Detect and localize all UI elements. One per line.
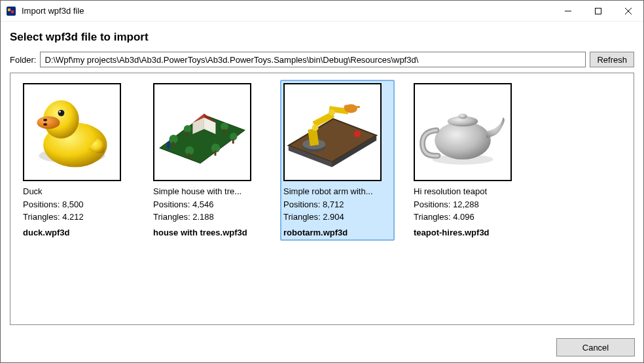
app-icon — [6, 6, 16, 16]
file-positions: Positions: 12,288 — [414, 198, 522, 211]
file-name: Simple robot arm with... — [283, 185, 391, 198]
svg-rect-1 — [8, 9, 10, 11]
file-positions: Positions: 8,500 — [23, 198, 131, 211]
refresh-button[interactable]: Refresh — [590, 52, 634, 67]
file-positions: Positions: 8,712 — [283, 198, 391, 211]
thumb-teapot — [414, 83, 512, 181]
maximize-button[interactable] — [583, 1, 613, 21]
content-area: Select wpf3d file to import Folder: Refr… — [1, 22, 643, 325]
svg-rect-30 — [188, 153, 190, 158]
folder-row: Folder: Refresh — [10, 52, 634, 67]
file-card-teapot[interactable]: Hi resolution teapot Positions: 12,288 T… — [410, 80, 525, 241]
file-positions: Positions: 4,546 — [153, 198, 261, 211]
file-card-duck[interactable]: Duck Positions: 8,500 Triangles: 4.212 d… — [20, 80, 134, 241]
svg-point-49 — [354, 131, 361, 137]
file-triangles: Triangles: 2.904 — [283, 211, 391, 224]
svg-point-14 — [59, 111, 61, 112]
window-controls — [553, 1, 643, 21]
thumb-robotarm — [283, 83, 382, 181]
svg-point-53 — [458, 114, 467, 119]
file-triangles: Triangles: 4.212 — [23, 211, 131, 224]
file-filename: house with trees.wpf3d — [153, 228, 261, 237]
file-card-house[interactable]: Simple house with tre... Positions: 4,54… — [150, 80, 264, 241]
minimize-button[interactable] — [553, 1, 583, 21]
file-filename: teapot-hires.wpf3d — [414, 228, 522, 237]
file-name: Duck — [23, 185, 131, 198]
bottom-bar: Cancel — [556, 338, 635, 356]
file-name: Simple house with tre... — [153, 185, 261, 198]
svg-rect-34 — [167, 144, 170, 148]
svg-rect-22 — [172, 142, 174, 147]
folder-label: Folder: — [10, 55, 36, 65]
titlebar: Import wpf3d file — [1, 1, 643, 22]
svg-rect-26 — [223, 129, 225, 133]
svg-point-13 — [58, 110, 65, 116]
svg-point-44 — [312, 124, 319, 131]
svg-rect-24 — [187, 131, 188, 136]
thumb-duck — [23, 83, 121, 181]
svg-rect-4 — [596, 8, 601, 14]
cancel-button[interactable]: Cancel — [556, 338, 635, 356]
file-gallery: Duck Positions: 8,500 Triangles: 4.212 d… — [10, 73, 634, 325]
svg-point-45 — [329, 109, 335, 116]
file-name: Hi resolution teapot — [414, 185, 522, 198]
svg-point-51 — [435, 121, 491, 159]
svg-point-10 — [37, 116, 60, 129]
svg-point-12 — [43, 123, 47, 126]
svg-rect-47 — [356, 106, 360, 108]
svg-rect-2 — [11, 10, 14, 13]
folder-path-input[interactable] — [40, 52, 586, 67]
svg-point-33 — [167, 142, 170, 145]
file-triangles: Triangles: 2.188 — [153, 211, 261, 224]
page-title: Select wpf3d file to import — [10, 31, 634, 44]
file-filename: robotarm.wpf3d — [283, 228, 391, 237]
svg-rect-32 — [214, 150, 216, 156]
svg-rect-28 — [232, 139, 234, 144]
close-button[interactable] — [613, 1, 643, 21]
file-card-robotarm[interactable]: Simple robot arm with... Positions: 8,71… — [280, 80, 395, 241]
thumb-house — [153, 83, 251, 181]
file-triangles: Triangles: 4.096 — [414, 211, 522, 224]
svg-point-11 — [43, 119, 47, 122]
file-filename: duck.wpf3d — [23, 228, 131, 237]
window-title: Import wpf3d file — [22, 6, 84, 16]
